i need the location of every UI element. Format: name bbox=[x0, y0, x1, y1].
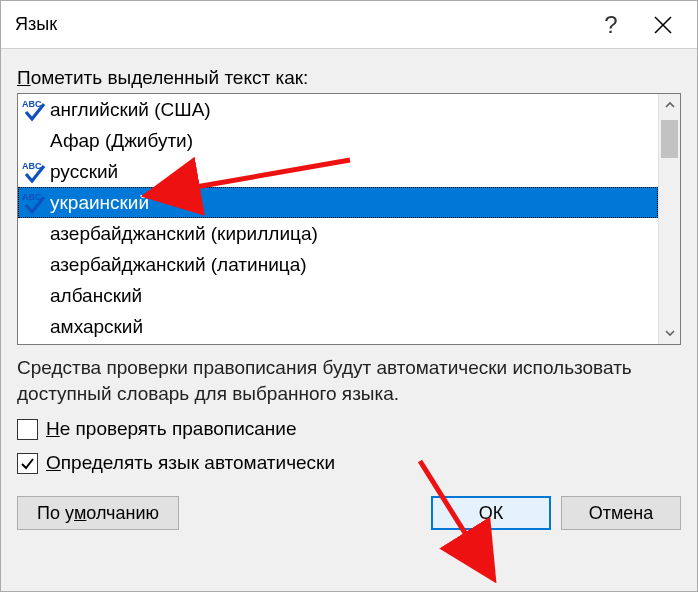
language-item[interactable]: Афар (Джибути) bbox=[18, 125, 658, 156]
scroll-up-button[interactable] bbox=[659, 94, 680, 116]
scroll-track[interactable] bbox=[659, 116, 680, 322]
help-button[interactable]: ? bbox=[585, 2, 637, 48]
scroll-down-button[interactable] bbox=[659, 322, 680, 344]
spellcheck-icon: ABC bbox=[22, 160, 48, 184]
language-item[interactable]: ABCрусский bbox=[18, 156, 658, 187]
checkbox-autodetect[interactable]: Определять язык автоматически bbox=[17, 452, 681, 474]
checkbox-label: Определять язык автоматически bbox=[46, 452, 335, 474]
checkbox-no-spellcheck[interactable]: Не проверять правописание bbox=[17, 418, 681, 440]
chevron-down-icon bbox=[665, 328, 675, 338]
language-name: азербайджанский (латиница) bbox=[50, 254, 307, 276]
language-name: русский bbox=[50, 161, 118, 183]
spellcheck-icon-slot: ABC bbox=[22, 98, 48, 122]
listbox-label: Пометить выделенный текст как: bbox=[17, 67, 681, 89]
language-name: английский (США) bbox=[50, 99, 211, 121]
ok-button[interactable]: ОК bbox=[431, 496, 551, 530]
spellcheck-icon: ABC bbox=[22, 191, 48, 215]
checkbox-label: Не проверять правописание bbox=[46, 418, 296, 440]
checkbox-box[interactable] bbox=[17, 419, 38, 440]
dialog-content: Пометить выделенный текст как: ABCанглий… bbox=[1, 49, 697, 591]
language-item[interactable]: ABCукраинский bbox=[18, 187, 658, 218]
language-item[interactable]: амхарский bbox=[18, 311, 658, 342]
language-name: амхарский bbox=[50, 316, 143, 338]
language-item[interactable]: азербайджанский (кириллица) bbox=[18, 218, 658, 249]
language-listbox[interactable]: ABCанглийский (США)Афар (Джибути)ABCрусс… bbox=[17, 93, 681, 345]
language-item[interactable]: азербайджанский (латиница) bbox=[18, 249, 658, 280]
language-item[interactable]: ABCанглийский (США) bbox=[18, 94, 658, 125]
spellcheck-icon-slot: ABC bbox=[22, 191, 48, 215]
info-text: Средства проверки правописания будут авт… bbox=[17, 355, 681, 406]
scroll-thumb[interactable] bbox=[661, 120, 678, 158]
spellcheck-icon: ABC bbox=[22, 98, 48, 122]
svg-text:ABC: ABC bbox=[22, 161, 42, 171]
close-button[interactable] bbox=[637, 2, 689, 48]
language-list-items: ABCанглийский (США)Афар (Джибути)ABCрусс… bbox=[18, 94, 658, 344]
set-default-button[interactable]: По умолчанию bbox=[17, 496, 179, 530]
svg-text:ABC: ABC bbox=[22, 99, 42, 109]
language-name: Афар (Джибути) bbox=[50, 130, 193, 152]
language-name: украинский bbox=[50, 192, 149, 214]
cancel-button[interactable]: Отмена bbox=[561, 496, 681, 530]
svg-text:ABC: ABC bbox=[22, 192, 42, 202]
checkbox-box[interactable] bbox=[17, 453, 38, 474]
dialog-title: Язык bbox=[15, 14, 585, 35]
button-row: По умолчанию ОК Отмена bbox=[17, 496, 681, 530]
language-dialog: Язык ? Пометить выделенный текст как: AB… bbox=[0, 0, 698, 592]
spellcheck-icon-slot: ABC bbox=[22, 160, 48, 184]
checkmark-icon bbox=[20, 456, 35, 471]
scrollbar[interactable] bbox=[658, 94, 680, 344]
titlebar: Язык ? bbox=[1, 1, 697, 49]
close-icon bbox=[654, 16, 672, 34]
chevron-up-icon bbox=[665, 100, 675, 110]
language-name: албанский bbox=[50, 285, 142, 307]
language-name: азербайджанский (кириллица) bbox=[50, 223, 318, 245]
language-item[interactable]: албанский bbox=[18, 280, 658, 311]
